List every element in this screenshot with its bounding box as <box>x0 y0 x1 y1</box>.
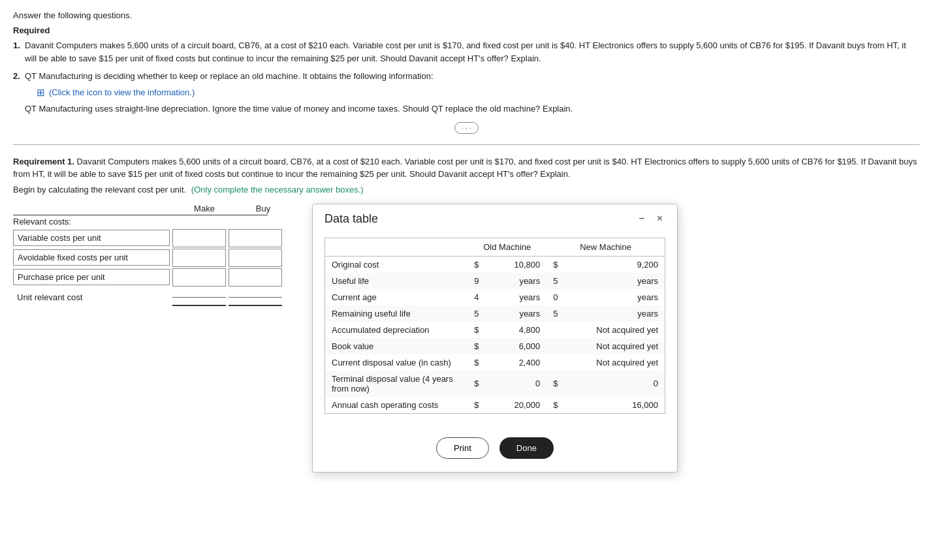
label-avoidable-fixed: Avoidable fixed costs per unit <box>13 249 170 266</box>
data-new-sym: $ <box>546 371 564 397</box>
data-new-sym <box>546 322 564 338</box>
minimize-button[interactable]: − <box>636 213 647 225</box>
input-avoidable-buy[interactable] <box>229 249 282 267</box>
data-row-label: Book value <box>325 338 468 354</box>
data-old-val: 10,800 <box>486 256 547 273</box>
relevant-costs-label: Relevant costs: <box>13 217 293 226</box>
data-table-row: Book value$6,000Not acquired yet <box>325 338 665 354</box>
data-table-row: Current disposal value (in cash)$2,400No… <box>325 354 665 371</box>
data-old-sym: $ <box>467 322 485 338</box>
intro-answer-label: Answer the following questions. <box>13 10 920 20</box>
req1-text: Davanit Computers makes 5,600 units of a… <box>13 157 917 179</box>
list-num-2: 2. <box>13 70 20 83</box>
data-table-header-row: Old Machine New Machine <box>325 238 665 256</box>
only-complete-note: (Only complete the necessary answer boxe… <box>191 185 364 194</box>
row-unit-relevant: Unit relevant cost <box>13 289 293 306</box>
data-old-sym: $ <box>467 338 485 354</box>
data-old-sym: $ <box>467 397 485 414</box>
input-purchase-make[interactable] <box>172 268 226 287</box>
data-row-label: Annual cash operating costs <box>325 397 468 414</box>
popup-titlebar: Data table − × <box>313 204 677 231</box>
data-old-val: years <box>486 305 547 322</box>
data-new-sym: $ <box>546 397 564 414</box>
data-table-row: Accumulated depreciation$4,800Not acquir… <box>325 322 665 338</box>
data-old-val: 2,400 <box>486 354 547 371</box>
data-table-row: Annual cash operating costs$20,000$16,00… <box>325 397 665 414</box>
popup-body: Old Machine New Machine Original cost$10… <box>313 231 677 427</box>
data-new-val: years <box>564 305 665 322</box>
data-table-row: Useful life9years5years <box>325 273 665 289</box>
data-old-sym: $ <box>467 256 485 273</box>
data-table-row: Remaining useful life5years5years <box>325 305 665 322</box>
main-area: Make Buy Relevant costs: Variable costs … <box>13 204 920 473</box>
th-old-machine: Old Machine <box>467 238 546 256</box>
data-old-sym: $ <box>467 371 485 397</box>
col-header-buy: Buy <box>234 204 293 213</box>
input-purchase-buy[interactable] <box>229 268 282 287</box>
input-unit-relevant-buy-bot[interactable] <box>229 298 282 306</box>
data-new-sym: $ <box>546 256 564 273</box>
row-purchase-price: Purchase price per unit <box>13 268 293 287</box>
data-old-val: years <box>486 289 547 305</box>
data-table-popup: Data table − × Old Machine New Machine O… <box>312 204 678 473</box>
input-unit-relevant-make-top[interactable] <box>172 289 226 298</box>
input-avoidable-make[interactable] <box>172 249 226 267</box>
data-new-val: Not acquired yet <box>564 322 665 338</box>
data-old-sym: 9 <box>467 273 485 289</box>
input-variable-buy[interactable] <box>229 229 282 247</box>
label-unit-relevant: Unit relevant cost <box>13 290 170 305</box>
list-item-2: 2. QT Manufacturing is deciding whether … <box>13 70 920 116</box>
data-row-label: Current disposal value (in cash) <box>325 354 468 371</box>
data-table-row: Original cost$10,800$9,200 <box>325 256 665 273</box>
list-item-1: 1. Davanit Computers makes 5,600 units o… <box>13 39 920 65</box>
data-new-sym: 0 <box>546 289 564 305</box>
input-unit-relevant-buy-top[interactable] <box>229 289 282 298</box>
data-old-val: 4,800 <box>486 322 547 338</box>
data-new-val: 16,000 <box>564 397 665 414</box>
list-text-1: Davanit Computers makes 5,600 units of a… <box>25 40 906 63</box>
click-icon-link-2[interactable]: (Click the icon to view the information.… <box>49 86 195 99</box>
data-old-sym: $ <box>467 354 485 371</box>
data-table-row: Terminal disposal value (4 years from no… <box>325 371 665 397</box>
popup-title: Data table <box>324 212 378 226</box>
popup-footer: Print Done <box>313 427 677 472</box>
list-text-2: QT Manufacturing is deciding whether to … <box>25 71 434 81</box>
required-label: Required <box>13 25 920 35</box>
data-table-row: Current age4years0years <box>325 289 665 305</box>
data-table: Old Machine New Machine Original cost$10… <box>324 238 665 414</box>
data-new-sym: 5 <box>546 273 564 289</box>
data-row-label: Remaining useful life <box>325 305 468 322</box>
data-old-val: 20,000 <box>486 397 547 414</box>
row-variable-costs: Variable costs per unit <box>13 229 293 247</box>
begin-text: Begin by calculating the relevant cost p… <box>13 185 920 194</box>
data-new-sym: 5 <box>546 305 564 322</box>
input-unit-relevant-make-bot[interactable] <box>172 298 226 306</box>
col-header-make: Make <box>175 204 234 213</box>
list-num-1: 1. <box>13 39 20 52</box>
data-row-label: Original cost <box>325 256 468 273</box>
header-line <box>13 215 268 215</box>
print-button[interactable]: Print <box>436 437 489 459</box>
data-new-sym <box>546 338 564 354</box>
data-old-sym: 5 <box>467 305 485 322</box>
data-old-val: 6,000 <box>486 338 547 354</box>
data-new-val: 9,200 <box>564 256 665 273</box>
input-variable-make[interactable] <box>172 229 226 247</box>
data-row-label: Terminal disposal value (4 years from no… <box>325 371 468 397</box>
req1-paragraph: Requirement 1. Davanit Computers makes 5… <box>13 155 920 181</box>
label-purchase-price: Purchase price per unit <box>13 269 170 285</box>
data-row-label: Current age <box>325 289 468 305</box>
req1-bold: Requirement 1. <box>13 157 74 166</box>
done-button[interactable]: Done <box>499 437 554 459</box>
cost-table-wrap: Make Buy Relevant costs: Variable costs … <box>13 204 293 307</box>
data-row-label: Useful life <box>325 273 468 289</box>
data-new-val: Not acquired yet <box>564 354 665 371</box>
grid-icon-2[interactable]: ⊞ <box>37 86 45 101</box>
section-divider <box>13 144 920 145</box>
list-item-2-extra: QT Manufacturing uses straight-line depr… <box>25 102 920 116</box>
data-new-val: 0 <box>564 371 665 397</box>
close-button[interactable]: × <box>654 213 665 225</box>
data-new-sym <box>546 354 564 371</box>
popup-controls: − × <box>636 213 665 225</box>
label-variable-costs: Variable costs per unit <box>13 230 170 246</box>
